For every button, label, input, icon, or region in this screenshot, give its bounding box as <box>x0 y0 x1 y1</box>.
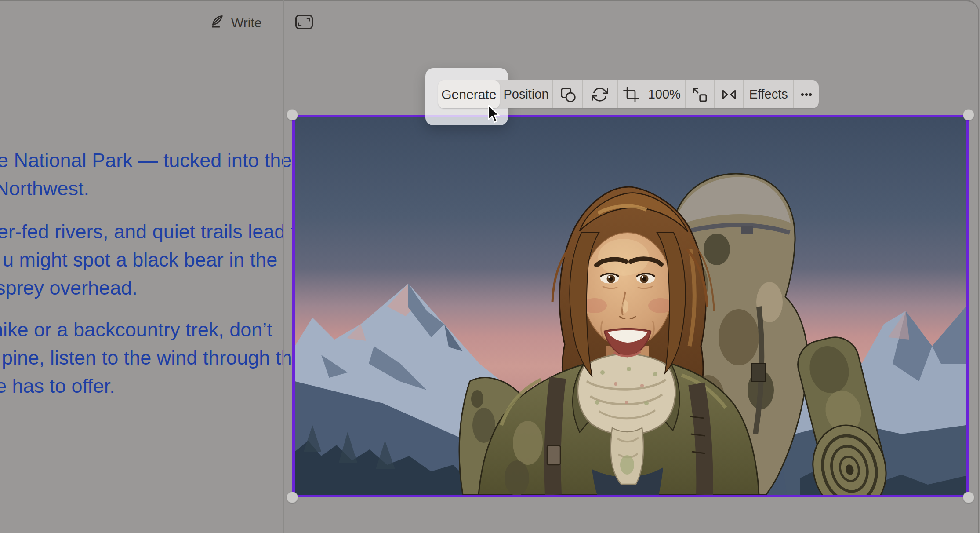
flip-horizontal-icon <box>720 86 738 103</box>
app-window: e National Park — tucked into the Northw… <box>0 0 980 533</box>
hiker-illustration <box>295 117 966 495</box>
effects-label: Effects <box>749 87 788 102</box>
resize-reset-icon <box>691 86 708 103</box>
position-button[interactable]: Position <box>500 80 553 108</box>
doc-text-line[interactable]: e National Park — tucked into the <box>0 146 292 175</box>
shapes-icon <box>559 85 577 104</box>
position-label: Position <box>503 87 548 102</box>
effects-button[interactable]: Effects <box>744 80 793 108</box>
doc-text-line[interactable]: sprey overhead. <box>0 274 307 302</box>
crop-icon <box>623 87 639 102</box>
generate-label: Generate <box>441 87 496 102</box>
pane-divider <box>283 0 284 533</box>
doc-text-line[interactable]: pine, listen to the wind through the <box>2 344 303 372</box>
selection-handle-top-left[interactable] <box>287 109 298 120</box>
doc-text-line[interactable]: e has to offer. <box>0 372 303 400</box>
paragraph: e National Park — tucked into the Northw… <box>0 146 292 203</box>
selection-handle-bottom-right[interactable] <box>963 492 974 503</box>
crop-button[interactable] <box>618 80 644 108</box>
write-label: Write <box>231 15 261 30</box>
selected-image[interactable] <box>292 115 969 497</box>
selection-handle-top-right[interactable] <box>963 109 974 120</box>
paragraph: hike or a backcountry trek, don’t pine, … <box>0 316 303 400</box>
generate-button[interactable]: Generate <box>438 80 500 108</box>
more-options-button[interactable] <box>794 80 819 108</box>
selection-handle-bottom-left[interactable] <box>287 492 298 503</box>
frame-expand-icon <box>294 14 314 32</box>
ellipsis-icon <box>798 86 815 103</box>
zoom-value: 100% <box>648 87 681 102</box>
doc-text-line[interactable]: u might spot a black bear in the <box>3 246 307 274</box>
doc-text-line[interactable]: er-fed rivers, and quiet trails lead to <box>0 218 307 246</box>
paragraph: er-fed rivers, and quiet trails lead to … <box>0 218 307 302</box>
doc-text-line[interactable]: hike or a backcountry trek, don’t <box>0 316 303 344</box>
write-button[interactable]: Write <box>210 11 261 34</box>
shapes-button[interactable] <box>553 80 582 108</box>
quill-icon <box>210 14 226 33</box>
doc-text-line[interactable]: Northwest. <box>0 175 292 203</box>
image-toolbar: Generate Position <box>438 80 819 108</box>
resize-reset-button[interactable] <box>686 80 714 108</box>
flip-horizontal-button[interactable] <box>715 80 744 108</box>
document-text: e National Park — tucked into the Northw… <box>0 0 284 533</box>
frame-expand-button[interactable] <box>294 15 314 31</box>
regenerate-button[interactable] <box>583 80 617 108</box>
regenerate-icon <box>592 86 608 103</box>
zoom-level[interactable]: 100% <box>644 80 685 108</box>
